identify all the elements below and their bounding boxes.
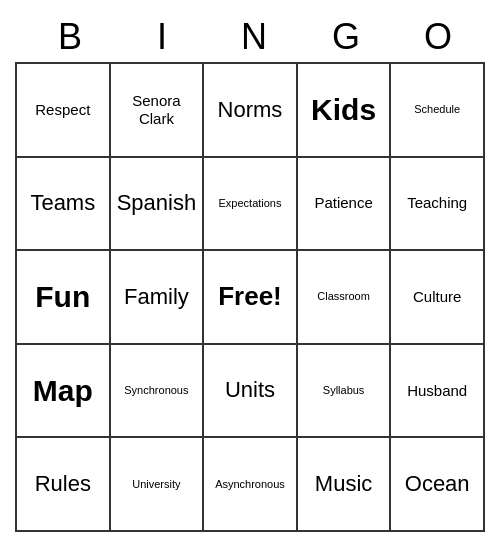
cell-2-1: Family [111, 251, 205, 345]
cell-2-4: Culture [391, 251, 485, 345]
cell-3-1: Synchronous [111, 345, 205, 439]
cell-4-1: University [111, 438, 205, 532]
bingo-header: B I N G O [15, 12, 485, 62]
cell-4-4: Ocean [391, 438, 485, 532]
cell-3-4: Husband [391, 345, 485, 439]
cell-0-1: Senora Clark [111, 64, 205, 158]
cell-2-2: Free! [204, 251, 298, 345]
cell-0-3: Kids [298, 64, 392, 158]
cell-0-0: Respect [17, 64, 111, 158]
bingo-card: B I N G O Respect Senora Clark Norms Kid… [15, 12, 485, 532]
cell-1-2: Expectations [204, 158, 298, 252]
cell-1-1: Spanish [111, 158, 205, 252]
header-b: B [25, 12, 117, 62]
cell-1-4: Teaching [391, 158, 485, 252]
cell-4-3: Music [298, 438, 392, 532]
cell-1-0: Teams [17, 158, 111, 252]
cell-4-2: Asynchronous [204, 438, 298, 532]
cell-0-2: Norms [204, 64, 298, 158]
bingo-grid: Respect Senora Clark Norms Kids Schedule… [15, 62, 485, 532]
cell-4-0: Rules [17, 438, 111, 532]
cell-1-3: Patience [298, 158, 392, 252]
cell-2-0: Fun [17, 251, 111, 345]
header-g: G [301, 12, 393, 62]
cell-3-3: Syllabus [298, 345, 392, 439]
cell-3-0: Map [17, 345, 111, 439]
cell-2-3: Classroom [298, 251, 392, 345]
cell-0-4: Schedule [391, 64, 485, 158]
header-i: I [117, 12, 209, 62]
header-n: N [209, 12, 301, 62]
header-o: O [393, 12, 485, 62]
cell-3-2: Units [204, 345, 298, 439]
